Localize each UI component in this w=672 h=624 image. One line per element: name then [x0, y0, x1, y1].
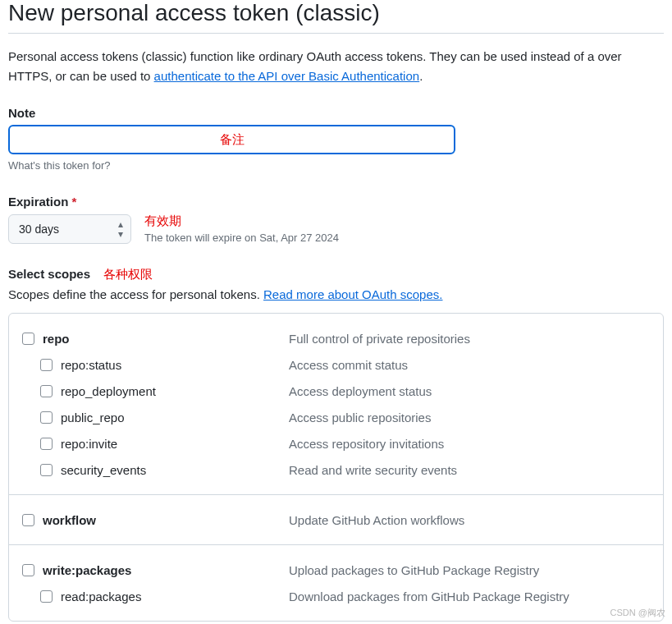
scope-checkbox[interactable] [22, 333, 34, 345]
scope-name: read:packages [61, 590, 141, 603]
scope-row-parent: workflowUpdate GitHub Action workflows [22, 507, 650, 533]
note-input[interactable] [8, 125, 455, 154]
scope-checkbox[interactable] [40, 438, 53, 450]
scope-description: Access public repositories [289, 411, 431, 424]
expiration-selected-value: 30 days [19, 223, 59, 236]
scope-name: repo [43, 332, 70, 346]
scope-description: Access deployment status [289, 384, 432, 398]
scopes-annotation: 各种权限 [103, 267, 153, 282]
expiration-annotation: 有效期 [144, 213, 339, 229]
scope-name: repo:status [61, 358, 121, 372]
scope-row-child: repo:statusAccess commit status [22, 351, 650, 378]
intro-part2: . [419, 69, 423, 83]
scope-name: public_repo [61, 411, 125, 424]
scope-row-child: public_repoAccess public repositories [22, 404, 650, 430]
scope-description: Download packages from GitHub Package Re… [289, 590, 569, 603]
scope-group: repoFull control of private repositories… [9, 314, 663, 495]
scope-group: workflowUpdate GitHub Action workflows [9, 495, 663, 545]
scope-name: write:packages [43, 563, 131, 577]
required-star: * [72, 195, 77, 209]
expiration-description: The token will expire on Sat, Apr 27 202… [144, 232, 339, 244]
auth-api-link[interactable]: authenticate to the API over Basic Authe… [154, 69, 420, 83]
scope-name: workflow [43, 513, 96, 527]
scopes-box: repoFull control of private repositories… [8, 313, 664, 622]
scope-checkbox[interactable] [40, 385, 53, 397]
scope-row-parent: write:packagesUpload packages to GitHub … [22, 557, 650, 583]
expiration-label: Expiration * [8, 195, 664, 209]
scope-checkbox[interactable] [22, 564, 34, 576]
scope-row-child: repo_deploymentAccess deployment status [22, 378, 650, 404]
scope-name: security_events [61, 463, 146, 477]
scope-description: Upload packages to GitHub Package Regist… [289, 563, 539, 577]
scope-checkbox[interactable] [22, 514, 34, 526]
scopes-intro: Scopes define the access for personal to… [8, 287, 664, 301]
expiration-select[interactable]: 30 days [8, 214, 131, 244]
scope-name: repo_deployment [61, 384, 156, 398]
oauth-scopes-link[interactable]: Read more about OAuth scopes. [263, 287, 442, 301]
intro-text: Personal access tokens (classic) functio… [8, 47, 664, 86]
scope-checkbox[interactable] [40, 411, 53, 424]
scope-name: repo:invite [61, 437, 117, 451]
scope-checkbox[interactable] [40, 590, 53, 603]
note-help-text: What's this token for? [8, 159, 664, 172]
select-scopes-title: Select scopes [8, 267, 90, 281]
note-label: Note [8, 106, 664, 120]
scope-row-child: security_eventsRead and write security e… [22, 457, 650, 483]
scope-row-child: read:packagesDownload packages from GitH… [22, 583, 650, 609]
scope-description: Full control of private repositories [289, 332, 470, 346]
page-title: New personal access token (classic) [8, 0, 664, 34]
scope-row-parent: repoFull control of private repositories [22, 325, 650, 351]
scope-description: Update GitHub Action workflows [289, 513, 464, 527]
scope-group: write:packagesUpload packages to GitHub … [9, 545, 663, 621]
scope-description: Access commit status [289, 358, 408, 372]
scope-checkbox[interactable] [40, 359, 53, 371]
scope-description: Access repository invitations [289, 437, 444, 451]
scope-row-child: repo:inviteAccess repository invitations [22, 430, 650, 457]
scope-description: Read and write security events [289, 463, 457, 477]
scope-checkbox[interactable] [40, 464, 53, 476]
